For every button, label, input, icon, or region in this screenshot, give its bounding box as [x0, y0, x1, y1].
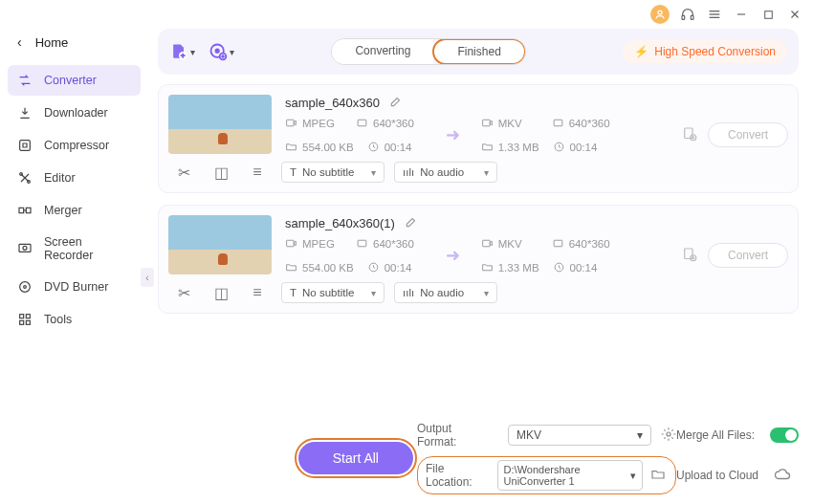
file-name: sample_640x360(1): [285, 216, 395, 230]
open-folder-icon[interactable]: [650, 467, 666, 485]
subtitle-dropdown[interactable]: TNo subtitle▾: [281, 162, 385, 183]
sidebar-item-downloader[interactable]: Downloader: [8, 98, 141, 128]
audio-dropdown[interactable]: ıılıNo audio▾: [394, 282, 497, 303]
video-icon: [285, 117, 297, 129]
chevron-down-icon: ▾: [637, 428, 643, 442]
svg-point-25: [216, 50, 219, 53]
sidebar-item-editor[interactable]: Editor: [8, 163, 141, 193]
convert-button[interactable]: Convert: [708, 122, 788, 147]
svg-rect-36: [358, 240, 366, 247]
status-tabs: Converting Finished: [331, 38, 525, 65]
file-name: sample_640x360: [285, 96, 380, 110]
svg-rect-1: [682, 15, 685, 19]
output-format-dropdown[interactable]: MKV▾: [508, 425, 651, 446]
svg-rect-31: [554, 120, 562, 126]
add-disc-button[interactable]: ▾: [209, 42, 234, 61]
chevron-down-icon: ▾: [484, 167, 489, 178]
sidebar-item-dvd-burner[interactable]: DVD Burner: [8, 272, 141, 302]
output-settings-icon[interactable]: [661, 427, 676, 445]
svg-rect-41: [685, 249, 692, 259]
merge-toggle[interactable]: [770, 427, 799, 443]
svg-rect-20: [26, 315, 30, 318]
high-speed-conversion-badge[interactable]: ⚡High Speed Conversion: [623, 40, 787, 63]
merge-label: Merge All Files:: [676, 428, 755, 442]
editor-icon: [17, 170, 33, 186]
output-format-label: Output Format:: [417, 422, 493, 449]
compressor-icon: [17, 138, 33, 153]
svg-rect-39: [554, 240, 562, 247]
user-avatar-icon[interactable]: [650, 5, 670, 24]
sidebar-item-converter[interactable]: Converter: [8, 65, 141, 96]
svg-rect-35: [287, 240, 295, 247]
cloud-icon[interactable]: [774, 466, 791, 486]
resolution-icon: [552, 237, 564, 250]
file-location-highlight: File Location: D:\Wondershare UniConvert…: [417, 456, 676, 494]
svg-rect-30: [482, 120, 490, 126]
svg-rect-14: [26, 208, 31, 212]
edit-icon[interactable]: [389, 95, 403, 111]
settings-icon[interactable]: [681, 125, 698, 144]
sidebar-item-screen-recorder[interactable]: Screen Recorder: [8, 228, 141, 270]
folder-icon: [481, 261, 494, 274]
svg-rect-38: [482, 240, 490, 247]
chevron-left-icon: ‹: [17, 34, 22, 50]
arrow-right-icon: ➜: [442, 245, 464, 266]
converter-icon: [17, 73, 33, 88]
effects-icon[interactable]: ≡: [253, 164, 261, 182]
chevron-down-icon: ▾: [371, 288, 376, 298]
svg-point-18: [24, 286, 27, 289]
minimize-icon[interactable]: [733, 6, 750, 23]
clock-icon: [553, 261, 565, 274]
sidebar-item-tools[interactable]: Tools: [8, 304, 141, 335]
arrow-right-icon: ➜: [442, 124, 464, 145]
tab-finished[interactable]: Finished: [432, 38, 525, 65]
video-thumbnail[interactable]: [168, 215, 272, 274]
file-location-dropdown[interactable]: D:\Wondershare UniConverter 1▾: [497, 460, 643, 491]
tab-converting[interactable]: Converting: [332, 39, 433, 64]
home-button[interactable]: ‹ Home: [8, 29, 141, 63]
svg-point-43: [667, 432, 670, 436]
video-icon: [285, 237, 297, 250]
audio-dropdown[interactable]: ıılıNo audio▾: [394, 162, 497, 183]
close-icon[interactable]: [786, 6, 803, 23]
audio-icon: ıılı: [403, 166, 414, 178]
headset-icon[interactable]: [679, 6, 696, 23]
svg-rect-22: [26, 320, 30, 324]
chevron-down-icon: ▾: [230, 47, 234, 57]
collapse-sidebar-handle[interactable]: ‹: [141, 268, 154, 287]
trim-icon[interactable]: ✂: [178, 284, 190, 302]
resolution-icon: [356, 117, 368, 129]
svg-rect-33: [685, 128, 692, 139]
svg-rect-2: [691, 15, 693, 19]
trim-icon[interactable]: ✂: [178, 164, 190, 182]
edit-icon[interactable]: [405, 215, 418, 231]
folder-icon: [285, 141, 297, 153]
chevron-down-icon: ▾: [630, 470, 636, 482]
file-location-label: File Location:: [418, 462, 484, 489]
maximize-icon[interactable]: [759, 6, 777, 23]
subtitle-icon: T: [290, 287, 297, 298]
svg-rect-13: [19, 208, 24, 212]
crop-icon[interactable]: ◫: [214, 164, 229, 182]
tools-icon: [17, 312, 33, 327]
lightning-icon: ⚡: [634, 45, 648, 58]
crop-icon[interactable]: ◫: [214, 284, 229, 302]
start-all-button[interactable]: Start All: [298, 442, 413, 474]
sidebar-item-compressor[interactable]: Compressor: [8, 130, 141, 161]
menu-icon[interactable]: [706, 6, 723, 23]
svg-point-17: [20, 282, 31, 293]
sidebar-item-merger[interactable]: Merger: [8, 195, 141, 226]
audio-icon: ıılı: [403, 287, 414, 298]
convert-button[interactable]: Convert: [708, 243, 788, 268]
effects-icon[interactable]: ≡: [253, 284, 261, 302]
settings-icon[interactable]: [681, 246, 698, 265]
clock-icon: [367, 261, 380, 274]
footer-bar: Output Format: MKV▾ Merge All Files: Sta…: [158, 414, 799, 494]
add-file-button[interactable]: ▾: [169, 42, 195, 61]
video-thumbnail[interactable]: [168, 95, 272, 154]
subtitle-icon: T: [290, 166, 297, 178]
svg-rect-15: [19, 244, 31, 252]
clock-icon: [553, 141, 565, 153]
folder-icon: [285, 261, 297, 274]
subtitle-dropdown[interactable]: TNo subtitle▾: [281, 282, 385, 303]
